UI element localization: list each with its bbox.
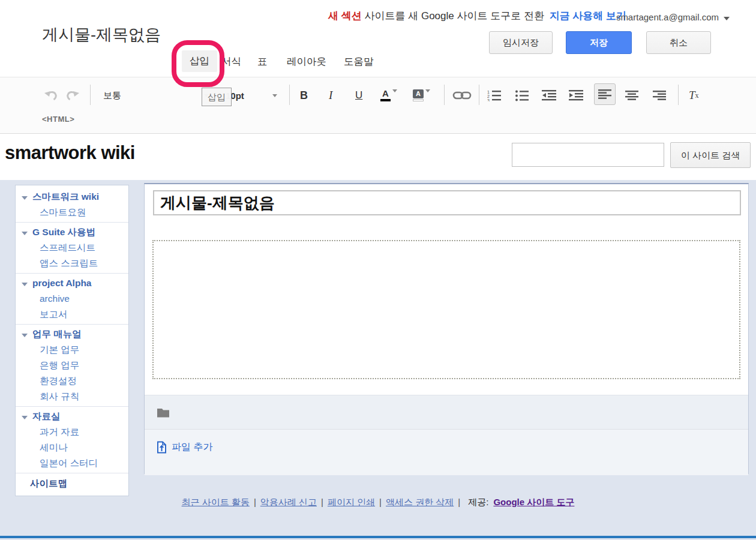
add-file-icon	[157, 441, 167, 454]
sidebar-item-project-alpha[interactable]: project Alpha	[16, 275, 128, 291]
font-style-dropdown[interactable]: 보통	[103, 87, 209, 104]
collapse-triangle-icon	[22, 196, 28, 200]
highlight-color-button[interactable]: A	[413, 87, 430, 104]
footer-link-remove-access[interactable]: 액세스 권한 삭제	[386, 497, 454, 507]
sidebar-item-smart-agent[interactable]: 스마트요원	[16, 205, 128, 220]
undo-icon[interactable]	[43, 87, 59, 104]
sidebar-item-basic-work[interactable]: 기본 업무	[16, 342, 128, 358]
editor-panel: 파일 추가	[144, 183, 749, 474]
italic-button[interactable]: I	[329, 87, 332, 104]
sidebar-item-apps-script[interactable]: 앱스 스크립트	[16, 256, 128, 271]
align-center-icon[interactable]	[625, 87, 638, 104]
footer-link-report-abuse[interactable]: 악용사례 신고	[260, 497, 317, 507]
google-sites-link[interactable]: Google 사이트 도구	[493, 497, 574, 507]
highlight-color-icon: A	[413, 89, 424, 101]
nav-group: 자료실 과거 자료 세미나 일본어 스터디	[16, 406, 128, 473]
svg-text:3: 3	[487, 98, 490, 101]
menu-layout[interactable]: 레이아웃	[287, 55, 326, 68]
try-now-link[interactable]: 지금 사용해 보기	[550, 10, 626, 22]
google-sites-editor: 새 섹션 사이트를 새 Google 사이트 도구로 전환 지금 사용해 보기 …	[0, 0, 756, 540]
attachments-section	[145, 395, 748, 429]
footer-link-recent-activity[interactable]: 최근 사이트 활동	[182, 497, 250, 507]
toolbar-divider	[289, 85, 290, 105]
clear-formatting-icon[interactable]: Tx	[689, 87, 699, 104]
outdent-icon[interactable]	[542, 87, 556, 104]
sidebar-item-bank-work[interactable]: 은행 업무	[16, 358, 128, 373]
sidebar-item-settings[interactable]: 환경설정	[16, 373, 128, 389]
collapse-triangle-icon	[22, 334, 28, 337]
sidebar-item-seminar[interactable]: 세미나	[16, 440, 128, 455]
sidebar-item-archive-room[interactable]: 자료실	[16, 409, 128, 424]
dropdown-caret-icon	[272, 94, 277, 97]
underline-button[interactable]: U	[355, 87, 362, 104]
menu-insert[interactable]: 삽입	[182, 50, 217, 72]
sidebar-item-spreadsheet[interactable]: 스프레드시트	[16, 240, 128, 256]
sidebar-item-japanese-study[interactable]: 일본어 스터디	[16, 455, 128, 471]
sidebar-item-work-manual[interactable]: 업무 매뉴얼	[16, 326, 128, 342]
banner-message: 사이트를 새 Google 사이트 도구로 전환	[364, 10, 544, 22]
sidebar-item-past-materials[interactable]: 과거 자료	[16, 424, 128, 440]
folder-icon	[157, 407, 170, 418]
toolbar-divider	[444, 85, 445, 105]
site-title: smartwork wiki	[5, 142, 135, 164]
dropdown-caret-icon	[425, 89, 430, 92]
dropdown-caret-icon	[392, 89, 397, 92]
svg-text:2: 2	[487, 94, 490, 98]
bottom-accent-bar	[0, 536, 756, 538]
bold-button[interactable]: B	[300, 87, 308, 104]
collapse-triangle-icon	[22, 416, 28, 419]
sidebar-item-report[interactable]: 보고서	[16, 307, 128, 322]
text-color-icon: A	[380, 89, 391, 101]
provider-label: 제공:	[468, 497, 488, 507]
nav-group: 업무 매뉴얼 기본 업무 은행 업무 환경설정 회사 규칙	[16, 324, 128, 406]
align-right-icon[interactable]	[653, 87, 666, 104]
site-footer: 최근 사이트 활동|악용사례 신고|페이지 인쇄|액세스 권한 삭제|제공:Go…	[0, 497, 756, 508]
text-color-button[interactable]: A	[380, 87, 397, 104]
toolbar-divider	[678, 85, 679, 105]
page-title: 게시물-제목없음	[42, 24, 161, 46]
html-mode-label[interactable]: <HTML>	[42, 115, 74, 124]
nav-group: 스마트워크 wiki 스마트요원	[16, 187, 128, 222]
bullet-list-icon[interactable]	[515, 87, 529, 104]
menubar: 삽입 서식 표 레이아웃 도움말	[0, 50, 756, 77]
content-edit-area[interactable]	[152, 240, 740, 379]
spacer	[145, 379, 748, 395]
sidebar-item-smartwork-wiki[interactable]: 스마트워크 wiki	[16, 189, 128, 205]
align-left-icon	[598, 89, 611, 100]
sidebar-nav: 스마트워크 wiki 스마트요원 G Suite 사용법 스프레드시트 앱스 스…	[15, 185, 129, 496]
site-search-input[interactable]	[512, 143, 664, 167]
page-body: 스마트워크 wiki 스마트요원 G Suite 사용법 스프레드시트 앱스 스…	[0, 180, 756, 540]
svg-text:1: 1	[487, 90, 490, 94]
upgrade-banner: 새 섹션 사이트를 새 Google 사이트 도구로 전환 지금 사용해 보기	[328, 9, 626, 23]
menu-format[interactable]: 서식	[221, 55, 241, 68]
post-title-input[interactable]	[153, 190, 741, 215]
banner-highlight: 새 섹션	[328, 10, 362, 22]
account-caret-icon	[724, 17, 730, 20]
site-header: smartwork wiki 이 사이트 검색	[0, 134, 756, 180]
indent-icon[interactable]	[569, 87, 583, 104]
sidebar-item-archive[interactable]: archive	[16, 291, 128, 307]
sidebar-item-gsuite[interactable]: G Suite 사용법	[16, 224, 128, 240]
menu-help[interactable]: 도움말	[344, 55, 374, 68]
add-file-link[interactable]: 파일 추가	[157, 441, 212, 454]
nav-group: 사이트맵	[16, 473, 128, 494]
numbered-list-icon[interactable]: 123	[487, 87, 502, 104]
account-email: smartagent.a@gmail.com	[616, 12, 719, 22]
toolbar-divider	[90, 85, 91, 105]
align-left-button[interactable]	[594, 83, 616, 105]
sidebar-item-sitemap[interactable]: 사이트맵	[16, 475, 128, 492]
insert-tooltip: 삽입	[202, 88, 232, 106]
site-search-button[interactable]: 이 사이트 검색	[670, 142, 751, 168]
add-file-section: 파일 추가	[145, 429, 748, 475]
toolbar-divider	[479, 85, 479, 105]
collapse-triangle-icon	[22, 232, 28, 235]
editor-header: 새 섹션 사이트를 새 Google 사이트 도구로 전환 지금 사용해 보기 …	[0, 0, 756, 77]
sidebar-item-company-rules[interactable]: 회사 규칙	[16, 389, 128, 404]
font-size-dropdown[interactable]: 10pt	[226, 87, 277, 104]
account-menu[interactable]: smartagent.a@gmail.com	[616, 12, 730, 22]
collapse-triangle-icon	[22, 283, 28, 286]
link-icon[interactable]	[452, 87, 472, 104]
redo-icon[interactable]	[65, 87, 80, 104]
footer-link-print-page[interactable]: 페이지 인쇄	[328, 497, 375, 507]
menu-table[interactable]: 표	[257, 55, 268, 68]
